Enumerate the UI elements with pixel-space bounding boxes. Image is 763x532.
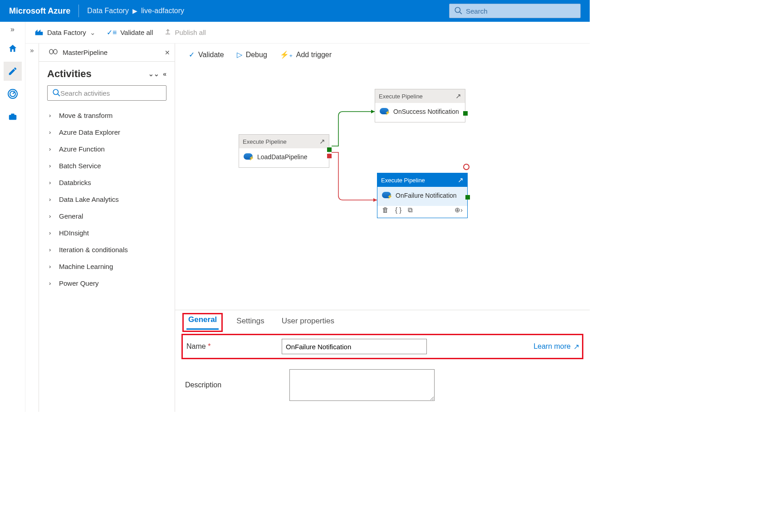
copy-icon[interactable]: ⧉: [408, 206, 413, 214]
success-port[interactable]: [327, 147, 332, 152]
nav-manage-icon[interactable]: [4, 107, 22, 126]
pipeline-icon: [49, 48, 59, 57]
activity-category[interactable]: ›Move & transform: [47, 107, 166, 124]
success-port[interactable]: [465, 195, 470, 200]
name-row-highlight: Name * Learn more↗: [181, 334, 583, 359]
activity-category[interactable]: ›Power Query: [47, 275, 166, 292]
collapse-all-icon[interactable]: ⌄⌄: [148, 70, 159, 78]
pipeline-canvas[interactable]: Execute Pipeline↗ LoadDataPipeline Execu…: [175, 66, 590, 310]
learn-more-link[interactable]: Learn more↗: [533, 342, 579, 351]
add-output-icon[interactable]: ⊕›: [455, 206, 463, 214]
validate-label: Validate: [198, 51, 224, 59]
activity-category[interactable]: ›Azure Data Explorer: [47, 124, 166, 141]
search-icon: [454, 6, 462, 16]
open-pipeline-icon[interactable]: ↗: [319, 137, 325, 146]
activity-label: Power Query: [59, 279, 99, 287]
activity-category[interactable]: ›General: [47, 208, 166, 225]
activities-search[interactable]: [47, 85, 166, 101]
node-name: LoadDataPipeline: [257, 153, 308, 161]
svg-rect-10: [54, 49, 57, 54]
chevron-down-icon: ⌄: [90, 29, 96, 37]
nav-home-icon[interactable]: [4, 39, 22, 58]
svg-line-1: [460, 12, 462, 14]
svg-marker-14: [373, 198, 377, 202]
activity-label: Iteration & conditionals: [59, 246, 128, 254]
resource-dropdown[interactable]: Data Factory ⌄: [34, 28, 96, 37]
tab-user-properties[interactable]: User properties: [280, 315, 336, 330]
activity-category[interactable]: ›Azure Function: [47, 141, 166, 157]
validate-all-button[interactable]: ✓≡ Validate all: [107, 28, 153, 37]
description-input[interactable]: [289, 369, 435, 401]
activity-category[interactable]: ›Iteration & conditionals: [47, 241, 166, 258]
name-input[interactable]: [282, 339, 427, 354]
panel-toggle[interactable]: »: [25, 44, 39, 412]
header-divider: [78, 5, 79, 17]
validate-button[interactable]: ✓Validate: [189, 50, 224, 59]
tab-general[interactable]: General: [186, 313, 219, 330]
pipeline-activity-icon: [382, 191, 392, 200]
activity-label: Azure Data Explorer: [59, 128, 120, 136]
validate-all-label: Validate all: [120, 29, 153, 36]
canvas-node-failure[interactable]: Execute Pipeline↗ OnFailure Notification…: [377, 173, 468, 218]
activity-category[interactable]: ›Data Lake Analytics: [47, 191, 166, 208]
properties-panel: General Settings User properties Name * …: [175, 310, 590, 412]
code-icon[interactable]: { }: [395, 206, 401, 214]
publish-all-button[interactable]: Publish all: [164, 28, 206, 37]
svg-marker-7: [35, 29, 38, 32]
activity-label: General: [59, 212, 83, 220]
close-tab-icon[interactable]: ✕: [165, 49, 170, 56]
pipeline-activity-icon: [244, 153, 254, 161]
open-pipeline-icon[interactable]: ↗: [458, 176, 464, 184]
trigger-icon: ⚡₊: [280, 50, 293, 59]
chevron-right-icon: ›: [49, 263, 54, 270]
delete-icon[interactable]: 🗑: [382, 206, 389, 214]
chevron-right-icon: ›: [49, 179, 54, 186]
check-icon: ✓: [189, 50, 195, 59]
global-search-input[interactable]: [466, 7, 576, 15]
chevron-right-icon: ›: [49, 196, 54, 203]
delete-handle-icon[interactable]: [463, 164, 470, 170]
pipeline-activity-icon: [380, 107, 390, 116]
canvas-node-load[interactable]: Execute Pipeline↗ LoadDataPipeline: [239, 134, 329, 168]
expand-rail-icon[interactable]: »: [10, 25, 15, 34]
nav-author-icon[interactable]: [4, 62, 22, 81]
add-trigger-label: Add trigger: [296, 51, 332, 59]
svg-rect-5: [11, 114, 14, 116]
tab-settings[interactable]: Settings: [235, 315, 266, 330]
activity-category[interactable]: ›Machine Learning: [47, 258, 166, 275]
breadcrumb-resource[interactable]: live-adfactory: [141, 7, 184, 15]
activity-category[interactable]: ›HDInsight: [47, 225, 166, 241]
node-type-label: Execute Pipeline: [243, 138, 287, 145]
success-port[interactable]: [463, 111, 468, 116]
canvas-node-success[interactable]: Execute Pipeline↗ OnSuccess Notification: [375, 89, 465, 122]
activity-category[interactable]: ›Databricks: [47, 174, 166, 191]
global-header: Microsoft Azure Data Factory ▶ live-adfa…: [0, 0, 590, 22]
node-name: OnFailure Notification: [396, 192, 457, 199]
node-type-label: Execute Pipeline: [381, 177, 425, 184]
chevron-right-icon: ▶: [132, 7, 137, 15]
pipeline-tab[interactable]: MasterPipeline: [44, 45, 113, 59]
svg-rect-6: [35, 32, 43, 35]
add-trigger-button[interactable]: ⚡₊Add trigger: [280, 50, 332, 59]
svg-rect-9: [49, 49, 53, 54]
activities-search-input[interactable]: [60, 89, 161, 97]
hide-panel-icon[interactable]: «: [163, 70, 166, 78]
svg-point-11: [53, 89, 58, 94]
failure-port[interactable]: [327, 154, 332, 158]
global-search[interactable]: [449, 4, 581, 18]
activity-label: Data Lake Analytics: [59, 195, 119, 203]
open-pipeline-icon[interactable]: ↗: [455, 92, 461, 100]
debug-button[interactable]: ▷Debug: [237, 50, 267, 59]
page-toolbar: Data Factory ⌄ ✓≡ Validate all Publish a…: [25, 22, 590, 44]
activity-label: HDInsight: [59, 229, 89, 237]
resource-label: Data Factory: [47, 29, 86, 36]
chevron-right-icon: ›: [49, 162, 54, 169]
nav-monitor-icon[interactable]: [4, 84, 22, 103]
activity-category[interactable]: ›Batch Service: [47, 157, 166, 174]
canvas-toolbar: ✓Validate ▷Debug ⚡₊Add trigger: [175, 44, 590, 66]
activity-label: Batch Service: [59, 162, 101, 170]
chevron-right-icon: ›: [49, 246, 54, 253]
breadcrumb-service[interactable]: Data Factory: [87, 7, 129, 15]
svg-marker-13: [371, 110, 375, 113]
chevron-right-icon: ›: [49, 280, 54, 287]
